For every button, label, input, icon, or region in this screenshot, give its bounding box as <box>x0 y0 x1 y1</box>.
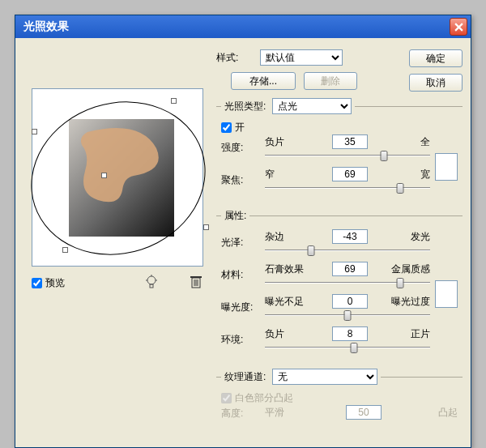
intensity-label: 强度: <box>221 141 260 155</box>
focus-left: 窄 <box>265 168 310 181</box>
close-icon <box>454 23 463 32</box>
lightbulb-icon[interactable] <box>145 275 158 292</box>
intensity-right: 全 <box>390 135 430 149</box>
material-right: 金属质感 <box>390 262 430 276</box>
exposure-left: 曝光不足 <box>265 295 310 309</box>
exposure-label: 曝光度: <box>221 301 260 314</box>
texture-legend: 纹理通道: <box>224 371 266 382</box>
intensity-slider[interactable] <box>265 151 430 160</box>
preview-label: 预览 <box>45 276 65 290</box>
white-high-input <box>221 393 232 403</box>
intensity-left: 负片 <box>265 135 310 149</box>
light-on-input[interactable] <box>221 122 232 133</box>
delete-button: 删除 <box>304 72 357 90</box>
ambient-color-swatch[interactable] <box>435 280 458 308</box>
close-button[interactable] <box>450 18 467 36</box>
texture-select[interactable]: 无 <box>272 369 377 385</box>
ambience-slider[interactable] <box>265 343 430 352</box>
light-handle[interactable] <box>32 129 37 134</box>
texture-group: 纹理通道: 无 白色部分凸起 高度: 平滑 凸起 <box>216 369 463 433</box>
light-handle[interactable] <box>171 98 177 104</box>
ambience-input[interactable] <box>332 326 368 341</box>
svg-rect-6 <box>190 276 202 278</box>
light-type-legend: 光照类型: <box>224 100 266 112</box>
preview-box[interactable] <box>32 88 203 267</box>
cancel-button[interactable]: 取消 <box>409 74 463 92</box>
ok-button[interactable]: 确定 <box>409 49 463 67</box>
svg-rect-1 <box>150 284 153 288</box>
light-on-checkbox[interactable]: 开 <box>221 121 458 134</box>
svg-point-0 <box>147 276 156 284</box>
ambience-label: 环境: <box>221 333 260 347</box>
focus-label: 聚焦: <box>221 173 260 187</box>
ambience-right: 正片 <box>390 327 430 341</box>
style-select[interactable]: 默认值 <box>260 49 343 66</box>
light-handle[interactable] <box>203 224 209 230</box>
gloss-slider[interactable] <box>265 245 430 255</box>
light-ellipse[interactable] <box>11 79 226 277</box>
white-high-checkbox: 白色部分凸起 <box>221 391 458 405</box>
focus-slider[interactable] <box>265 183 430 193</box>
trash-icon[interactable] <box>190 275 202 291</box>
material-input[interactable] <box>332 262 368 276</box>
preview-checkbox[interactable]: 预览 <box>32 276 145 290</box>
save-button[interactable]: 存储... <box>231 72 296 90</box>
height-right: 凸起 <box>417 406 458 420</box>
properties-legend: 属性: <box>221 209 249 223</box>
gloss-label: 光泽: <box>221 236 260 250</box>
light-center-handle[interactable] <box>101 173 107 178</box>
light-type-group: 光照类型: 点光 开 强度: 负片 <box>216 98 463 204</box>
exposure-right: 曝光过度 <box>390 295 430 309</box>
gloss-left: 杂边 <box>265 230 310 244</box>
titlebar: 光照效果 <box>15 15 471 38</box>
exposure-slider[interactable] <box>265 310 430 320</box>
intensity-input[interactable] <box>332 134 368 149</box>
gloss-input[interactable] <box>332 229 368 244</box>
preview-check-input[interactable] <box>32 278 42 288</box>
dialog-title: 光照效果 <box>23 19 450 34</box>
style-label: 样式: <box>216 51 255 65</box>
ambience-left: 负片 <box>265 327 310 341</box>
material-left: 石膏效果 <box>265 262 310 276</box>
light-on-label: 开 <box>235 121 245 134</box>
light-handle[interactable] <box>62 247 68 253</box>
focus-input[interactable] <box>332 167 368 181</box>
white-high-label: 白色部分凸起 <box>235 391 293 405</box>
material-label: 材料: <box>221 268 260 282</box>
light-color-swatch[interactable] <box>435 153 458 181</box>
lighting-effects-dialog: 光照效果 <box>15 15 471 448</box>
material-slider[interactable] <box>265 278 430 288</box>
height-left: 平滑 <box>265 406 310 420</box>
height-label: 高度: <box>221 407 260 420</box>
height-input <box>346 405 382 420</box>
focus-right: 宽 <box>390 168 430 181</box>
properties-group: 属性: 光泽: 杂边 发光 <box>216 209 463 364</box>
exposure-input[interactable] <box>332 294 368 309</box>
gloss-right: 发光 <box>390 230 430 244</box>
light-type-select[interactable]: 点光 <box>272 98 352 114</box>
